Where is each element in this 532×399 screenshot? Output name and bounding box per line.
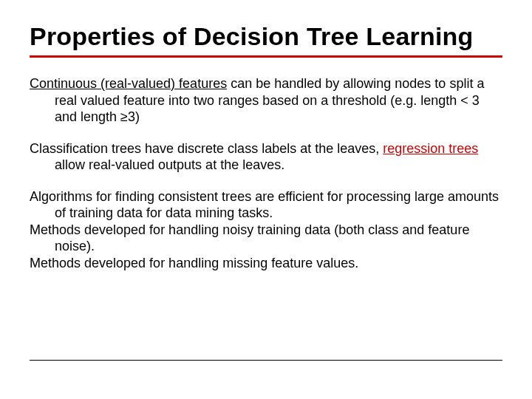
title-underline	[30, 55, 502, 58]
slide-title: Properties of Decision Tree Learning	[30, 22, 502, 51]
term-continuous-features: Continuous (real-valued) features	[30, 76, 227, 91]
para-regression-a: Classification trees have discrete class…	[30, 141, 383, 156]
para-algorithms: Algorithms for finding consistent trees …	[30, 188, 502, 222]
para-regression-c: allow real-valued outputs at the leaves.	[55, 157, 284, 172]
slide: Properties of Decision Tree Learning Con…	[0, 0, 532, 399]
slide-body: Continuous (real-valued) features can be…	[30, 75, 502, 271]
footer-rule	[30, 360, 502, 361]
para-missing-values: Methods developed for handling missing f…	[30, 255, 502, 272]
term-regression-trees: regression trees	[383, 141, 478, 156]
para-continuous-features: Continuous (real-valued) features can be…	[30, 75, 502, 126]
para-noisy-data: Methods developed for handling noisy tra…	[30, 222, 502, 255]
para-regression-trees: Classification trees have discrete class…	[30, 140, 502, 174]
